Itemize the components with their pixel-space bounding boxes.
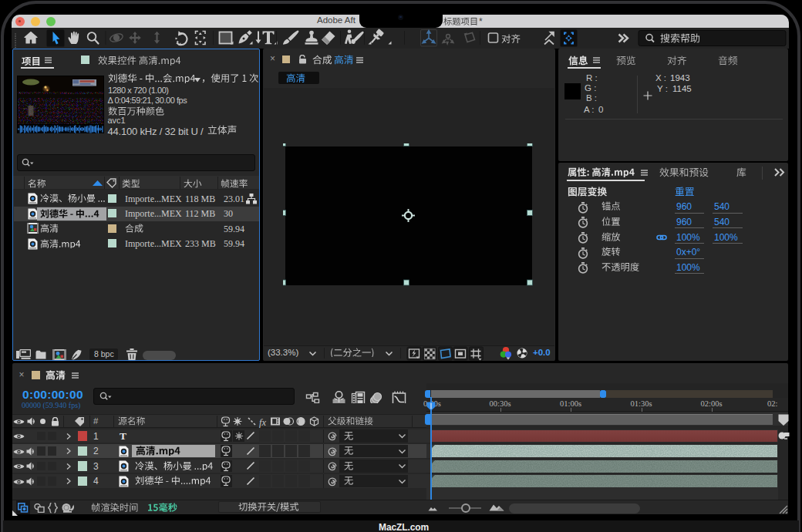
svg-text:fx: fx xyxy=(259,416,266,427)
